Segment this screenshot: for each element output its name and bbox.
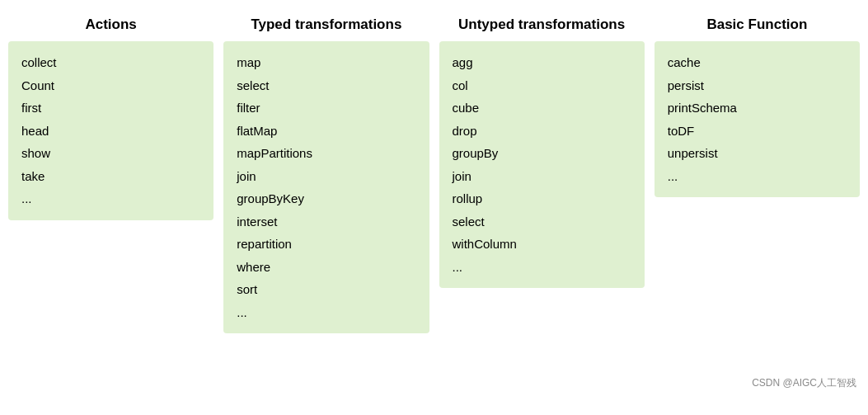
list-item: drop xyxy=(453,120,631,143)
list-item: cube xyxy=(453,97,631,120)
list-item: flatMap xyxy=(237,120,415,143)
list-item: collect xyxy=(21,51,200,74)
column-typed: Typed transformationsmapselectfilterflat… xyxy=(223,8,429,333)
list-item: map xyxy=(237,51,415,74)
list-item: ... xyxy=(237,301,415,324)
list-item: select xyxy=(453,210,631,233)
column-header-typed: Typed transformations xyxy=(223,8,429,41)
list-item: interset xyxy=(237,210,415,233)
list-item: groupByKey xyxy=(237,187,415,210)
list-item: agg xyxy=(453,51,631,74)
column-body-untyped: aggcolcubedropgroupByjoinrollupselectwit… xyxy=(439,41,645,288)
list-item: Count xyxy=(21,74,200,97)
list-item: where xyxy=(237,256,415,279)
column-basic: Basic FunctioncachepersistprintSchematoD… xyxy=(655,8,860,197)
column-body-basic: cachepersistprintSchematoDFunpersist... xyxy=(655,41,860,197)
column-header-basic: Basic Function xyxy=(655,8,860,41)
list-item: repartition xyxy=(237,233,415,256)
list-item: withColumn xyxy=(453,233,631,256)
column-body-typed: mapselectfilterflatMapmapPartitionsjoing… xyxy=(223,41,429,333)
list-item: rollup xyxy=(453,187,631,210)
list-item: unpersist xyxy=(668,142,847,165)
list-item: join xyxy=(453,165,631,188)
list-item: mapPartitions xyxy=(237,142,415,165)
column-actions: ActionscollectCountfirstheadshowtake... xyxy=(8,8,213,220)
list-item: printSchema xyxy=(668,97,847,120)
list-item: join xyxy=(237,165,415,188)
column-header-actions: Actions xyxy=(8,8,213,41)
list-item: select xyxy=(237,74,415,97)
list-item: sort xyxy=(237,278,415,301)
column-header-untyped: Untyped transformations xyxy=(439,8,645,41)
list-item: persist xyxy=(668,74,847,97)
list-item: show xyxy=(21,142,200,165)
list-item: first xyxy=(21,97,200,120)
footer: CSDN @AIGC人工智残 xyxy=(8,371,860,390)
list-item: ... xyxy=(668,165,847,188)
list-item: take xyxy=(21,165,200,188)
list-item: ... xyxy=(21,187,200,210)
list-item: groupBy xyxy=(453,142,631,165)
list-item: ... xyxy=(453,256,631,279)
column-body-actions: collectCountfirstheadshowtake... xyxy=(8,41,213,220)
list-item: toDF xyxy=(668,120,847,143)
footer-credit: CSDN @AIGC人工智残 xyxy=(752,376,856,390)
column-untyped: Untyped transformationsaggcolcubedropgro… xyxy=(439,8,645,288)
list-item: head xyxy=(21,120,200,143)
list-item: filter xyxy=(237,97,415,120)
list-item: col xyxy=(453,74,631,97)
main-content: ActionscollectCountfirstheadshowtake...T… xyxy=(8,8,860,371)
list-item: cache xyxy=(668,51,847,74)
